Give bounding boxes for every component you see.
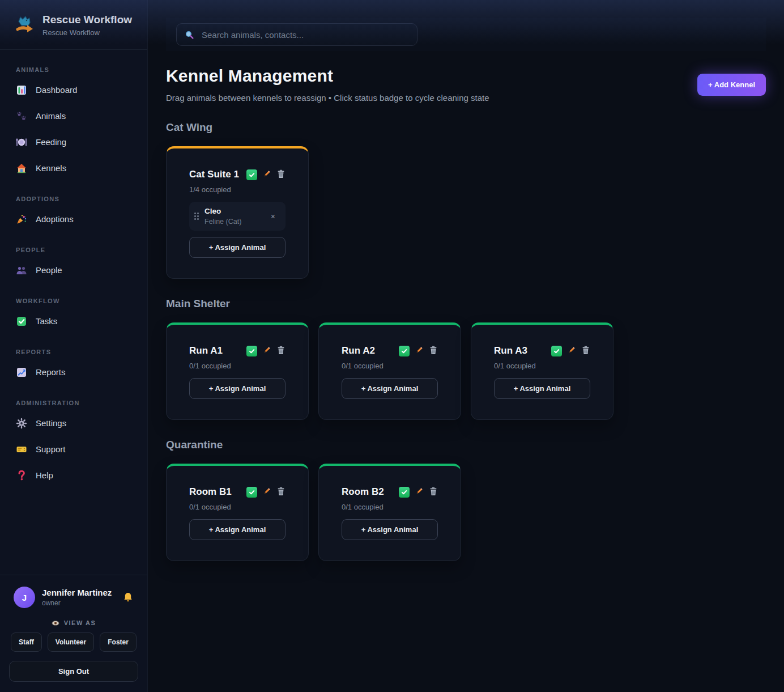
- kennel-name: Run A3: [494, 345, 527, 356]
- app-subtitle: Rescue Workflow: [42, 28, 132, 37]
- assign-animal-button[interactable]: + Assign Animal: [189, 378, 286, 399]
- check-badge-icon: [246, 346, 257, 356]
- edit-kennel-button[interactable]: [415, 346, 424, 356]
- sidebar-item-support[interactable]: Support: [0, 436, 147, 462]
- sign-out-button[interactable]: Sign Out: [9, 661, 138, 682]
- pencil-icon: [262, 169, 271, 180]
- sidebar-item-adoptions[interactable]: Adoptions: [0, 206, 147, 232]
- trash-icon: [276, 346, 286, 356]
- edit-kennel-button[interactable]: [262, 487, 271, 498]
- sidebar-item-animals[interactable]: Animals: [0, 103, 147, 129]
- sidebar-item-help[interactable]: Help: [0, 462, 147, 489]
- cleaning-status-badge[interactable]: [246, 487, 257, 498]
- kennel-card: Room B20/1 occupied+ Assign Animal: [318, 464, 461, 561]
- kennel-group: Cat WingCat Suite 11/4 occupiedCleoFelin…: [166, 121, 766, 279]
- view-as-staff-button[interactable]: Staff: [11, 632, 42, 652]
- edit-kennel-button[interactable]: [262, 346, 271, 356]
- kennel-group-title: Cat Wing: [166, 121, 766, 134]
- page-subtitle: Drag animals between kennels to reassign…: [166, 93, 489, 103]
- nav-section-label: WORKFLOW: [0, 283, 147, 308]
- remove-animal-button[interactable]: ×: [267, 212, 279, 221]
- trash-icon: [429, 346, 438, 356]
- pencil-icon: [262, 487, 271, 498]
- assign-animal-button[interactable]: + Assign Animal: [189, 519, 286, 540]
- cleaning-status-badge[interactable]: [246, 346, 257, 356]
- delete-kennel-button[interactable]: [276, 169, 286, 180]
- gear-icon: [16, 418, 27, 429]
- delete-kennel-button[interactable]: [581, 346, 590, 356]
- view-as-buttons: StaffVolunteerFoster: [9, 632, 138, 652]
- search-input[interactable]: [201, 29, 409, 40]
- kennel-group: QuarantineRoom B10/1 occupied+ Assign An…: [166, 439, 766, 561]
- assign-animal-button[interactable]: + Assign Animal: [342, 519, 438, 540]
- assign-animal-button[interactable]: + Assign Animal: [342, 378, 438, 399]
- occupancy-text: 0/1 occupied: [342, 503, 438, 511]
- occupancy-text: 0/1 occupied: [494, 362, 590, 370]
- house-icon: [16, 163, 27, 174]
- eye-icon: [52, 620, 59, 626]
- assign-animal-button[interactable]: + Assign Animal: [494, 378, 590, 399]
- kennel-card: Room B10/1 occupied+ Assign Animal: [166, 464, 309, 561]
- edit-kennel-button[interactable]: [415, 487, 424, 498]
- question-icon: [16, 470, 27, 481]
- kennel-group: Main ShelterRun A10/1 occupied+ Assign A…: [166, 298, 766, 420]
- cleaning-status-badge[interactable]: [246, 169, 257, 180]
- delete-kennel-button[interactable]: [429, 346, 438, 356]
- brand: Rescue Workflow Rescue Workflow: [0, 0, 147, 50]
- nav-section-label: ANIMALS: [0, 52, 147, 77]
- kennel-card: Cat Suite 11/4 occupiedCleoFeline (Cat)×…: [166, 146, 309, 279]
- sidebar-item-label: Reports: [36, 367, 66, 377]
- avatar: J: [14, 587, 35, 608]
- sidebar-item-settings[interactable]: Settings: [0, 410, 147, 436]
- app-root: Rescue Workflow Rescue Workflow ANIMALSD…: [0, 0, 784, 692]
- sidebar-item-label: Settings: [36, 418, 66, 428]
- kennel-group-title: Quarantine: [166, 439, 766, 451]
- user-panel: J Jennifer Martinez owner: [0, 575, 147, 692]
- cleaning-status-badge[interactable]: [399, 346, 410, 356]
- sidebar-nav: ANIMALSDashboardAnimalsFeedingKennelsADO…: [0, 50, 147, 575]
- edit-kennel-button[interactable]: [567, 346, 576, 356]
- add-kennel-button[interactable]: + Add Kennel: [697, 74, 766, 96]
- nav-section-label: ADMINISTRATION: [0, 385, 147, 410]
- app-logo-icon: [12, 14, 35, 36]
- kennel-groups: Cat WingCat Suite 11/4 occupiedCleoFelin…: [166, 121, 766, 561]
- sidebar-item-people[interactable]: People: [0, 257, 147, 283]
- search-icon: [185, 30, 194, 40]
- app-title: Rescue Workflow: [42, 14, 132, 26]
- user-name: Jennifer Martinez: [42, 588, 112, 597]
- delete-kennel-button[interactable]: [276, 346, 286, 356]
- sidebar-item-reports[interactable]: Reports: [0, 359, 147, 385]
- check-badge-icon: [246, 169, 257, 180]
- dashboard-icon: [16, 84, 27, 96]
- delete-kennel-button[interactable]: [429, 487, 438, 498]
- sidebar-item-tasks[interactable]: Tasks: [0, 308, 147, 334]
- sidebar-item-label: Support: [36, 444, 66, 454]
- cleaning-status-badge[interactable]: [551, 346, 562, 356]
- sidebar-item-dashboard[interactable]: Dashboard: [0, 77, 147, 103]
- check-badge-icon: [246, 487, 257, 498]
- main-content: Kennel Management Drag animals between k…: [148, 0, 784, 692]
- occupancy-text: 0/1 occupied: [342, 362, 438, 370]
- feeding-icon: [16, 137, 27, 148]
- sidebar-item-kennels[interactable]: Kennels: [0, 155, 147, 181]
- sidebar-item-feeding[interactable]: Feeding: [0, 129, 147, 155]
- kennel-card: Run A10/1 occupied+ Assign Animal: [166, 322, 309, 420]
- people-icon: [16, 265, 27, 276]
- sidebar-item-label: Dashboard: [36, 85, 77, 95]
- kennel-name: Run A2: [342, 345, 375, 356]
- view-as-foster-button[interactable]: Foster: [100, 632, 137, 652]
- delete-kennel-button[interactable]: [276, 487, 286, 498]
- drag-handle-icon[interactable]: [194, 213, 199, 220]
- pencil-icon: [415, 487, 424, 498]
- cleaning-status-badge[interactable]: [399, 487, 410, 498]
- edit-kennel-button[interactable]: [262, 169, 271, 180]
- kennel-name: Room B1: [189, 486, 232, 498]
- animal-chip[interactable]: CleoFeline (Cat)×: [189, 202, 286, 231]
- nav-section-label: ADOPTIONS: [0, 181, 147, 206]
- view-as-volunteer-button[interactable]: Volunteer: [48, 632, 94, 652]
- bell-icon[interactable]: [122, 592, 134, 603]
- kennel-name: Cat Suite 1: [189, 169, 239, 180]
- occupancy-text: 1/4 occupied: [189, 185, 286, 194]
- assign-animal-button[interactable]: + Assign Animal: [189, 237, 286, 258]
- occupancy-text: 0/1 occupied: [189, 362, 286, 370]
